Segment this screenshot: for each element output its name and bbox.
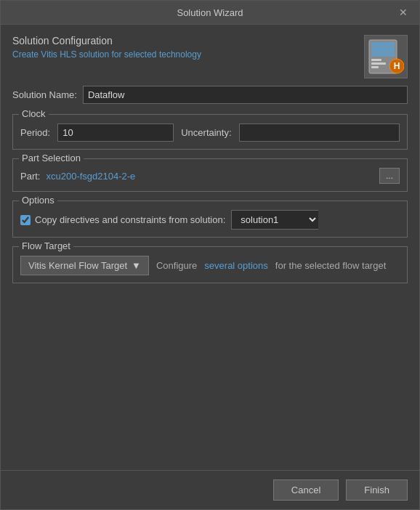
solution-select-container: solution1 <box>231 210 318 230</box>
options-group: Options Copy directives and constraints … <box>12 201 408 238</box>
svg-rect-3 <box>371 62 386 65</box>
options-row: Copy directives and constraints from sol… <box>20 210 400 230</box>
flow-target-desc-prefix: Configure <box>156 260 197 271</box>
spacer <box>12 292 408 460</box>
flow-target-group: Flow Target Vitis Kernel Flow Target ▼ C… <box>12 246 408 283</box>
cancel-button[interactable]: Cancel <box>273 479 339 501</box>
solution-name-row: Solution Name: <box>12 86 408 104</box>
flow-target-desc-suffix: for the selected flow target <box>275 260 386 271</box>
browse-part-button[interactable]: ... <box>379 168 400 184</box>
finish-button[interactable]: Finish <box>346 479 408 501</box>
part-selection-legend: Part Selection <box>19 153 84 163</box>
copy-directives-label[interactable]: Copy directives and constraints from sol… <box>20 214 225 225</box>
title-bar: Solution Wizard ✕ <box>1 1 419 25</box>
part-label: Part: <box>20 171 40 182</box>
solution-icon: H <box>364 35 408 78</box>
dialog-title: Solution Wizard <box>24 7 396 18</box>
solution-select[interactable]: solution1 <box>231 210 318 230</box>
part-value: xcu200-fsgd2104-2-e <box>46 171 373 182</box>
clock-legend: Clock <box>19 108 49 119</box>
period-input[interactable] <box>57 124 174 142</box>
section-header-left: Solution Configuration Create Vitis HLS … <box>12 35 201 60</box>
clock-group: Clock Period: Uncertainty: <box>12 114 408 150</box>
flow-target-button-label: Vitis Kernel Flow Target <box>28 260 127 271</box>
flow-target-legend: Flow Target <box>19 240 73 251</box>
solution-name-label: Solution Name: <box>12 89 77 100</box>
solution-name-input[interactable] <box>83 86 408 104</box>
clock-row: Period: Uncertainty: <box>20 124 400 142</box>
close-button[interactable]: ✕ <box>396 7 411 18</box>
svg-rect-4 <box>371 66 379 68</box>
section-header: Solution Configuration Create Vitis HLS … <box>12 35 408 78</box>
section-subtitle-link[interactable]: Create Vitis HLS solution for selected t… <box>12 49 201 60</box>
period-label: Period: <box>20 127 50 138</box>
part-row: Part: xcu200-fsgd2104-2-e ... <box>20 168 400 184</box>
dialog-footer: Cancel Finish <box>1 470 419 509</box>
solution-icon-svg: H <box>368 39 404 75</box>
svg-rect-1 <box>371 42 395 57</box>
flow-target-link[interactable]: several options <box>204 260 267 271</box>
uncertainty-label: Uncertainty: <box>181 127 231 138</box>
dialog-window: Solution Wizard ✕ Solution Configuration… <box>0 0 420 510</box>
svg-text:H: H <box>394 61 400 71</box>
copy-directives-checkbox[interactable] <box>20 215 31 225</box>
copy-directives-text: Copy directives and constraints from sol… <box>35 214 225 225</box>
section-title: Solution Configuration <box>12 35 201 46</box>
flow-target-button[interactable]: Vitis Kernel Flow Target ▼ <box>20 256 149 275</box>
flow-target-arrow-icon: ▼ <box>132 260 141 271</box>
part-selection-group: Part Selection Part: xcu200-fsgd2104-2-e… <box>12 158 408 192</box>
svg-rect-2 <box>371 59 381 61</box>
dialog-content: Solution Configuration Create Vitis HLS … <box>1 25 419 470</box>
options-legend: Options <box>19 195 57 206</box>
flow-target-row: Vitis Kernel Flow Target ▼ Configure sev… <box>20 256 400 275</box>
uncertainty-input[interactable] <box>239 124 400 142</box>
